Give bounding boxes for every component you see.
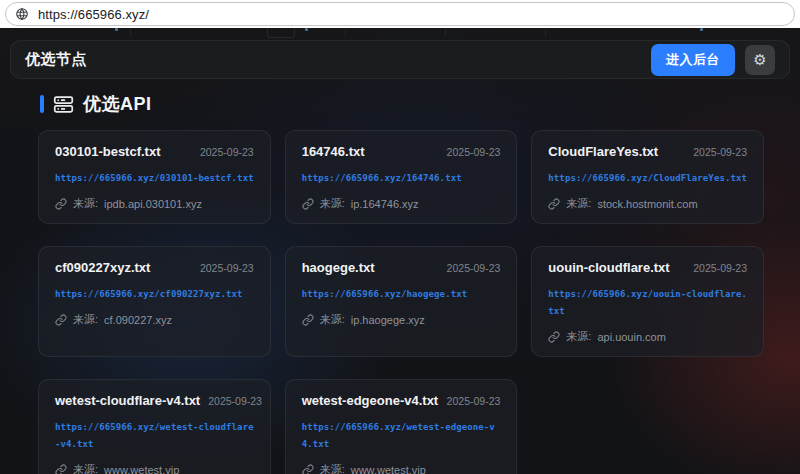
link-icon [302, 198, 314, 210]
file-url-link[interactable]: https://665966.xyz/wetest-cloudflare-v4.… [55, 419, 254, 453]
file-source: 来源: ipdb.api.030101.xyz [55, 196, 254, 211]
source-domain: www.wetest.vip [351, 464, 426, 474]
file-url-link[interactable]: https://665966.xyz/uouin-cloudflare.txt [548, 286, 747, 320]
link-icon [302, 464, 314, 474]
link-icon [548, 331, 560, 343]
remnant-divider [345, 28, 346, 37]
api-file-card: CloudFlareYes.txt 2025-09-23 https://665… [531, 130, 764, 224]
api-card-grid: 030101-bestcf.txt 2025-09-23 https://665… [38, 130, 764, 474]
link-icon [55, 198, 67, 210]
file-source: 来源: ip.haogege.xyz [302, 312, 501, 327]
source-label: 来源: [73, 196, 98, 211]
settings-button[interactable]: ⚙ [745, 45, 775, 75]
source-domain: www.wetest.vip [104, 464, 179, 474]
page-title: 优选节点 [25, 50, 87, 69]
file-source: 来源: www.wetest.vip [302, 462, 501, 474]
enter-admin-button[interactable]: 进入后台 [651, 44, 735, 76]
api-file-card: cf090227xyz.txt 2025-09-23 https://66596… [38, 246, 271, 357]
file-name: wetest-cloudflare-v4.txt [55, 393, 200, 408]
file-url-link[interactable]: https://665966.xyz/164746.txt [302, 170, 501, 187]
header-actions: 进入后台 ⚙ [651, 44, 775, 76]
url-field[interactable]: https://665966.xyz/ [5, 2, 795, 26]
file-url-link[interactable]: https://665966.xyz/030101-bestcf.txt [55, 170, 254, 187]
source-label: 来源: [73, 462, 98, 474]
link-icon [55, 464, 67, 474]
file-date: 2025-09-23 [200, 262, 254, 274]
section-title: 优选API [83, 92, 152, 116]
link-icon [548, 198, 560, 210]
file-source: 来源: cf.090227.xyz [55, 312, 254, 327]
file-date: 2025-09-23 [693, 146, 747, 158]
file-source: 来源: stock.hostmonit.com [548, 196, 747, 211]
file-source: 来源: api.uouin.com [548, 329, 747, 344]
file-url-link[interactable]: https://665966.xyz/CloudFlareYes.txt [548, 170, 747, 187]
file-source: 来源: ip.164746.xyz [302, 196, 501, 211]
gear-icon: ⚙ [753, 52, 766, 67]
source-label: 来源: [566, 329, 591, 344]
section-header: 优选API [40, 92, 800, 116]
source-domain: ip.164746.xyz [351, 198, 419, 210]
api-file-card: wetest-cloudflare-v4.txt 2025-09-23 http… [38, 379, 271, 474]
api-file-card: haogege.txt 2025-09-23 https://665966.xy… [285, 246, 518, 357]
file-url-link[interactable]: https://665966.xyz/wetest-edgeone-v4.txt [302, 419, 501, 453]
accent-bar [40, 95, 44, 113]
file-name: wetest-edgeone-v4.txt [302, 393, 439, 408]
remnant-divider [130, 28, 131, 37]
api-file-card: 030101-bestcf.txt 2025-09-23 https://665… [38, 130, 271, 224]
file-date: 2025-09-23 [447, 395, 501, 407]
page-header: 优选节点 进入后台 ⚙ [10, 40, 790, 79]
file-date: 2025-09-23 [208, 395, 262, 407]
url-text[interactable]: https://665966.xyz/ [38, 7, 149, 22]
remnant-box [267, 28, 295, 38]
source-label: 来源: [320, 462, 345, 474]
link-icon [55, 314, 67, 326]
site-info-icon[interactable] [15, 7, 29, 21]
browser-address-bar: https://665966.xyz/ [0, 0, 800, 28]
file-url-link[interactable]: https://665966.xyz/haogege.txt [302, 286, 501, 303]
file-name: 164746.txt [302, 144, 365, 159]
source-domain: api.uouin.com [597, 331, 666, 343]
file-name: 030101-bestcf.txt [55, 144, 161, 159]
file-date: 2025-09-23 [200, 146, 254, 158]
source-domain: ipdb.api.030101.xyz [104, 198, 202, 210]
remnant-divider [445, 28, 446, 37]
file-name: cf090227xyz.txt [55, 260, 150, 275]
link-icon [302, 314, 314, 326]
source-label: 来源: [73, 312, 98, 327]
remnant-tick [700, 28, 703, 31]
source-label: 来源: [320, 312, 345, 327]
file-name: haogege.txt [302, 260, 375, 275]
file-name: CloudFlareYes.txt [548, 144, 658, 159]
remnant-tick [115, 28, 118, 31]
source-label: 来源: [320, 196, 345, 211]
file-name: uouin-cloudflare.txt [548, 260, 669, 275]
api-file-card: uouin-cloudflare.txt 2025-09-23 https://… [531, 246, 764, 357]
source-label: 来源: [566, 196, 591, 211]
file-date: 2025-09-23 [693, 262, 747, 274]
remnant-divider [545, 28, 546, 37]
file-date: 2025-09-23 [447, 262, 501, 274]
server-icon [53, 94, 74, 115]
source-domain: cf.090227.xyz [104, 314, 172, 326]
file-source: 来源: www.wetest.vip [55, 462, 254, 474]
file-url-link[interactable]: https://665966.xyz/cf090227xyz.txt [55, 286, 254, 303]
api-file-card: wetest-edgeone-v4.txt 2025-09-23 https:/… [285, 379, 518, 474]
file-date: 2025-09-23 [447, 146, 501, 158]
source-domain: ip.haogege.xyz [351, 314, 425, 326]
api-file-card: 164746.txt 2025-09-23 https://665966.xyz… [285, 130, 518, 224]
page-background: 优选节点 进入后台 ⚙ 优选API 030101-bestcf.txt 2025… [0, 28, 800, 474]
remnant-tick [305, 28, 308, 31]
source-domain: stock.hostmonit.com [597, 198, 697, 210]
